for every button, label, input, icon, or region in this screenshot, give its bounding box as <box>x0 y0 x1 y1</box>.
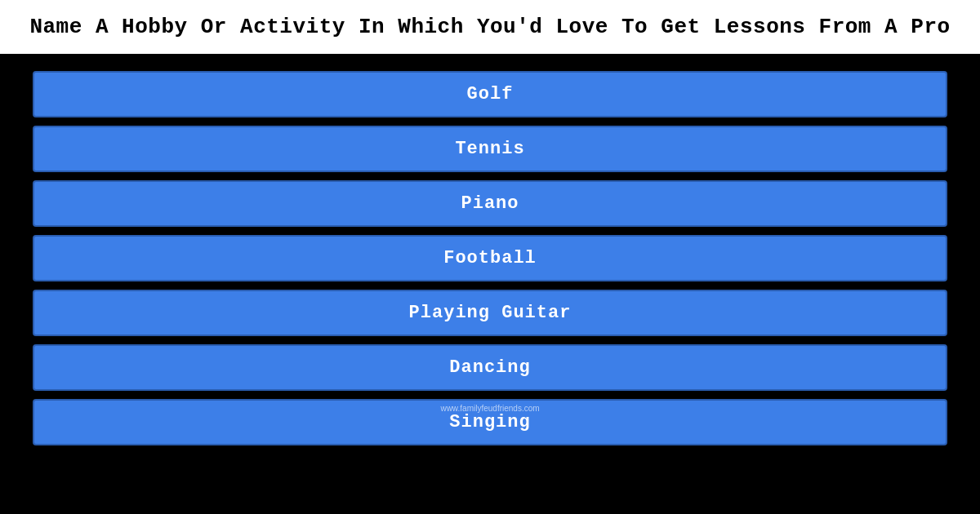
answer-row-1[interactable]: Golf <box>33 71 947 117</box>
answer-label-1: Golf <box>467 84 514 104</box>
answer-label-7: Singing <box>449 412 530 432</box>
answer-row-3[interactable]: Piano <box>33 180 947 227</box>
answer-label-4: Football <box>443 248 537 268</box>
answers-container: GolfTennisPianoFootballPlaying GuitarDan… <box>0 56 980 460</box>
answer-row-4[interactable]: Football <box>33 235 947 281</box>
page-title: Name A Hobby Or Activity In Which You'd … <box>24 15 956 39</box>
answer-row-5[interactable]: Playing Guitar <box>33 290 947 336</box>
answer-label-3: Piano <box>461 193 519 214</box>
answer-label-6: Dancing <box>449 357 530 378</box>
answer-row-7[interactable]: www.familyfeudfriends.comSinging <box>33 399 947 445</box>
answer-label-5: Playing Guitar <box>409 303 572 323</box>
answer-row-2[interactable]: Tennis <box>33 126 947 172</box>
answer-label-2: Tennis <box>455 139 524 159</box>
page-header: Name A Hobby Or Activity In Which You'd … <box>0 0 980 56</box>
watermark: www.familyfeudfriends.com <box>440 404 539 413</box>
answer-row-6[interactable]: Dancing <box>33 344 947 391</box>
